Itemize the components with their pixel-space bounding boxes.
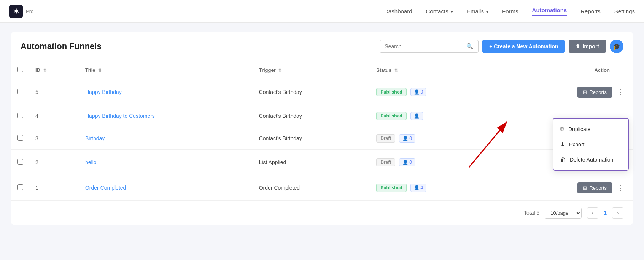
- nav-link-emails[interactable]: Emails ▾: [467, 8, 488, 14]
- per-page-select[interactable]: 10/page 25/page 50/page 100/page: [545, 208, 582, 219]
- row-3-checkbox[interactable]: [17, 135, 23, 141]
- row-1-id: 1: [29, 175, 79, 201]
- context-menu: ⧉ Duplicate ⬇ Export 🗑 Delete Automation: [553, 118, 629, 171]
- subscribers-badge: 👤4: [410, 184, 427, 192]
- row-5-checkbox-cell[interactable]: [11, 79, 29, 105]
- row-5-title[interactable]: Happy Birthday: [79, 79, 253, 105]
- more-options-button[interactable]: ⋮: [615, 86, 627, 98]
- current-page: 1: [604, 210, 607, 216]
- select-all-header[interactable]: [11, 61, 29, 79]
- status-badge: Published: [376, 184, 406, 192]
- automations-table-container: ID ⇅ Title ⇅ Trigger ⇅ Status ⇅ Action: [11, 61, 633, 225]
- row-4-status: Published 👤: [370, 105, 502, 127]
- row-3-trigger: Contact's Birthday: [253, 127, 370, 150]
- nav-item-automations[interactable]: Automations: [532, 7, 567, 16]
- search-input[interactable]: [385, 43, 463, 49]
- row-2-title-link[interactable]: hello: [85, 159, 97, 165]
- col-header-trigger[interactable]: Trigger ⇅: [253, 61, 370, 79]
- status-badge: Published: [376, 88, 406, 96]
- chevron-down-icon: ▾: [486, 10, 488, 14]
- row-5-title-link[interactable]: Happy Birthday: [85, 89, 122, 95]
- nav-link-contacts[interactable]: Contacts ▾: [426, 8, 453, 14]
- reports-button[interactable]: ⊞ Reports: [577, 182, 612, 193]
- nav-link-dashboard[interactable]: Dashboard: [384, 8, 412, 14]
- col-header-id[interactable]: ID ⇅: [29, 61, 79, 79]
- logo-icon: ✶: [9, 5, 23, 18]
- row-4-title-link[interactable]: Happy Birthday to Customers: [85, 113, 155, 119]
- row-4-trigger: Contact's Birthday: [253, 105, 370, 127]
- row-5-id: 5: [29, 79, 79, 105]
- table-row: 4 Happy Birthday to Customers Contact's …: [11, 105, 633, 127]
- col-header-title[interactable]: Title ⇅: [79, 61, 253, 79]
- row-2-title[interactable]: hello: [79, 150, 253, 175]
- top-navigation: ✶ Pro Dashboard Contacts ▾ Emails ▾ Form…: [0, 0, 644, 23]
- row-3-checkbox-cell[interactable]: [11, 127, 29, 150]
- total-count: Total 5: [524, 210, 539, 216]
- sort-arrows-status: ⇅: [394, 68, 398, 73]
- sort-arrows-trigger: ⇅: [278, 68, 282, 73]
- duplicate-label: Duplicate: [568, 126, 590, 132]
- duplicate-icon: ⧉: [560, 126, 564, 133]
- nav-link-settings[interactable]: Settings: [614, 8, 635, 14]
- sort-arrows-id: ⇅: [43, 68, 47, 73]
- table-row: 3 Birthday Contact's Birthday Draft 👤0: [11, 127, 633, 150]
- export-label: Export: [569, 141, 584, 147]
- main-content: Automation Funnels 🔍 + Create a New Auto…: [0, 23, 644, 234]
- row-5-action-cell: ⊞ Reports ⋮: [509, 86, 627, 98]
- person-icon: 👤: [414, 185, 420, 190]
- sort-arrows-title: ⇅: [98, 68, 102, 73]
- help-icon-button[interactable]: 🎓: [610, 40, 623, 53]
- search-box[interactable]: 🔍: [380, 40, 479, 53]
- row-3-title[interactable]: Birthday: [79, 127, 253, 150]
- nav-item-emails[interactable]: Emails ▾: [467, 8, 488, 14]
- nav-item-dashboard[interactable]: Dashboard: [384, 8, 412, 14]
- nav-item-contacts[interactable]: Contacts ▾: [426, 8, 453, 14]
- row-3-id: 3: [29, 127, 79, 150]
- table-footer: Total 5 10/page 25/page 50/page 100/page…: [11, 201, 633, 225]
- row-1-action-cell: ⊞ Reports ⋮: [509, 182, 627, 193]
- nav-item-settings[interactable]: Settings: [614, 8, 635, 14]
- import-button[interactable]: ⬆ Import: [569, 40, 606, 53]
- logo[interactable]: ✶ Pro: [9, 5, 33, 18]
- duplicate-item[interactable]: ⧉ Duplicate: [553, 122, 628, 137]
- upload-icon: ⬆: [576, 43, 580, 49]
- row-4-title[interactable]: Happy Birthday to Customers: [79, 105, 253, 127]
- row-4-id: 4: [29, 105, 79, 127]
- delete-item[interactable]: 🗑 Delete Automation: [553, 152, 628, 167]
- subscribers-badge: 👤0: [410, 88, 427, 96]
- nav-item-forms[interactable]: Forms: [502, 8, 518, 14]
- row-2-trigger: List Applied: [253, 150, 370, 175]
- nav-link-automations[interactable]: Automations: [532, 7, 567, 13]
- nav-item-reports[interactable]: Reports: [580, 8, 601, 14]
- row-4-checkbox[interactable]: [17, 113, 23, 118]
- prev-page-button[interactable]: ‹: [587, 207, 598, 219]
- person-icon: 👤: [402, 160, 408, 165]
- pro-label: Pro: [26, 8, 33, 14]
- row-1-checkbox-cell[interactable]: [11, 175, 29, 201]
- row-4-checkbox-cell[interactable]: [11, 105, 29, 127]
- nav-links: Dashboard Contacts ▾ Emails ▾ Forms Auto…: [384, 7, 635, 16]
- row-3-title-link[interactable]: Birthday: [85, 135, 105, 141]
- next-page-button[interactable]: ›: [612, 207, 623, 219]
- nav-link-forms[interactable]: Forms: [502, 8, 518, 14]
- select-all-checkbox[interactable]: [17, 67, 23, 72]
- row-2-checkbox-cell[interactable]: [11, 150, 29, 175]
- col-header-status[interactable]: Status ⇅: [370, 61, 502, 79]
- row-5-trigger: Contact's Birthday: [253, 79, 370, 105]
- page-title: Automation Funnels: [21, 41, 102, 51]
- nav-link-reports[interactable]: Reports: [580, 8, 601, 14]
- row-1-checkbox[interactable]: [17, 184, 23, 190]
- graduation-icon: 🎓: [613, 43, 620, 50]
- row-1-title-link[interactable]: Order Completed: [85, 185, 126, 191]
- row-5-checkbox[interactable]: [17, 89, 23, 94]
- chart-icon: ⊞: [583, 89, 587, 95]
- create-automation-button[interactable]: + Create a New Automation: [482, 40, 565, 53]
- status-badge: Draft: [376, 134, 395, 143]
- export-item[interactable]: ⬇ Export: [553, 137, 628, 152]
- row-1-title[interactable]: Order Completed: [79, 175, 253, 201]
- table-row: 5 Happy Birthday Contact's Birthday Publ…: [11, 79, 633, 105]
- row-1-status: Published 👤4: [370, 175, 502, 201]
- row-2-checkbox[interactable]: [17, 159, 23, 165]
- reports-button[interactable]: ⊞ Reports: [577, 87, 612, 98]
- more-options-button[interactable]: ⋮: [615, 182, 627, 193]
